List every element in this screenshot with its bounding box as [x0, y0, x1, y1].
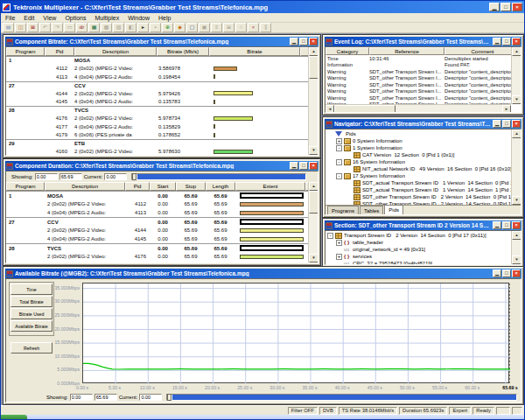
- column-header[interactable]: Pid: [125, 182, 150, 191]
- column-header[interactable]: Pid: [45, 47, 74, 56]
- toolbar-button[interactable]: ⊕: [162, 23, 173, 32]
- column-header[interactable]: Bitrate (Mb/s): [157, 47, 209, 56]
- close-icon[interactable]: ×: [309, 38, 318, 46]
- component-bitrate-titlebar[interactable]: Component Bitrate: C:\Xfer\Test Streams\…: [5, 37, 318, 46]
- toolbar-button[interactable]: ×: [248, 23, 259, 32]
- toolbar-button[interactable]: ▦: [88, 23, 100, 32]
- duration-table-row[interactable]: 2 (0x02) (MPEG-2 Video: 4176 0.00 65.69 …: [6, 252, 308, 261]
- duration-table-row[interactable]: 1 MOSA 0.00 65.69 65.69: [6, 191, 308, 200]
- tree-item[interactable]: SDT_actual Transport Stream ID 1 Version…: [346, 186, 511, 193]
- minimize-button[interactable]: ▁: [290, 38, 298, 46]
- tree-item[interactable]: SDT_other Transport Stream ID 2 Version …: [346, 193, 511, 200]
- column-header[interactable]: Start: [150, 182, 176, 191]
- tree-item[interactable]: + 0 System Information: [336, 137, 511, 144]
- navigator-titlebar[interactable]: Navigator: C:\Xfer\Test Streams\Grabber …: [325, 119, 522, 129]
- showing-to-field[interactable]: 65.69: [60, 173, 82, 180]
- tree-item[interactable]: - 16 System Information: [336, 158, 511, 165]
- close-icon[interactable]: ×: [512, 38, 521, 46]
- bitrate-table-row[interactable]: 4113 4 (0x04) (MPEG-2 Audio: 0.198454: [6, 73, 308, 81]
- bitrate-table-row[interactable]: 27 CCV: [6, 81, 308, 90]
- tree-item[interactable]: original_network_id = 49 [0x31]: [336, 246, 511, 253]
- vertical-scrollbar[interactable]: ▲ ▼: [308, 47, 318, 155]
- scrollbar-thumb[interactable]: [309, 56, 318, 79]
- vertical-scrollbar[interactable]: ▲ ▼: [511, 47, 521, 104]
- close-icon[interactable]: ×: [512, 120, 521, 128]
- minimize-button[interactable]: ▁: [493, 221, 501, 229]
- scroll-down-icon[interactable]: ▼: [309, 254, 318, 262]
- tree-item[interactable]: SDT_actual Transport Stream ID 1 Version…: [346, 179, 511, 186]
- duration-table-row[interactable]: 4 (0x04) (MPEG-2 Audio: 4145 0.00 65.69 …: [6, 234, 308, 243]
- minimize-button[interactable]: ▁: [290, 162, 298, 170]
- minimize-button[interactable]: ▁: [493, 38, 501, 46]
- tree-toggle[interactable]: -: [336, 173, 342, 179]
- navigator-tab[interactable]: Programs: [327, 206, 359, 214]
- navigator-tab[interactable]: Tables: [360, 206, 383, 214]
- tree-item[interactable]: + table_header: [336, 239, 511, 246]
- tree-item[interactable]: CAT Version 12 Section 0 [Pid 1 (0x1)]: [346, 151, 511, 158]
- column-header[interactable]: Program: [6, 47, 45, 56]
- vertical-scrollbar[interactable]: ▲ ▼: [511, 130, 521, 205]
- showing-from-field[interactable]: 0.00: [35, 173, 58, 180]
- column-header[interactable]: Bitrate: [209, 47, 300, 56]
- scroll-left-icon[interactable]: ◄: [326, 105, 334, 113]
- tree-item[interactable]: + services: [336, 253, 511, 260]
- tree-toggle[interactable]: +: [336, 138, 342, 144]
- toolbar-button[interactable]: ▸: [137, 23, 149, 32]
- scroll-down-icon[interactable]: ▼: [512, 196, 522, 205]
- toolbar-button[interactable]: ▤: [3, 23, 14, 32]
- maximize-button[interactable]: □: [299, 38, 308, 46]
- event-log-row[interactable]: Warning SDT_other Transport Stream I... …: [326, 88, 511, 95]
- scroll-up-icon[interactable]: ▲: [309, 47, 318, 56]
- toolbar-button[interactable]: ▨: [113, 23, 124, 32]
- close-button[interactable]: ×: [512, 3, 522, 11]
- close-icon[interactable]: ×: [512, 221, 521, 229]
- menu-item[interactable]: Multiplex: [91, 13, 124, 22]
- scroll-right-icon[interactable]: ►: [502, 105, 511, 113]
- current-field[interactable]: 0.00: [139, 394, 162, 401]
- current-field[interactable]: 0.00: [104, 173, 127, 180]
- maximize-button[interactable]: □: [502, 221, 511, 229]
- column-header[interactable]: Description: [45, 182, 125, 191]
- bitrate-table-row[interactable]: 4179 6 (0x06) (PES private da 0.178652: [6, 131, 308, 140]
- column-header[interactable]: Comment: [444, 47, 521, 55]
- toolbar-button[interactable]: ▢: [186, 23, 198, 32]
- toolbar-button[interactable]: ▪: [150, 23, 161, 32]
- slider-thumb[interactable]: [167, 394, 172, 401]
- start-button-fragment[interactable]: [1, 415, 27, 420]
- toolbar-button[interactable]: ▩: [101, 23, 112, 32]
- duration-table-row[interactable]: 2 (0x02) (MPEG-2 Video: 4112 0.00 65.69 …: [6, 200, 308, 208]
- bitrate-table-row[interactable]: 4144 2 (0x02) (MPEG-2 Video: 5.979426: [6, 89, 308, 98]
- scroll-up-icon[interactable]: ▲: [309, 182, 318, 191]
- menu-item[interactable]: Edit: [19, 13, 38, 22]
- event-log-titlebar[interactable]: Event Log: C:\Xfer\Test Streams\Grabber …: [325, 37, 522, 46]
- horizontal-scrollbar[interactable]: ◄ ►: [326, 104, 511, 112]
- duration-table-row[interactable]: 27 CCV 0.00 65.69 65.69: [6, 217, 308, 226]
- column-header[interactable]: Program: [6, 182, 45, 191]
- showing-to-field[interactable]: 65.69: [94, 394, 117, 401]
- duration-table-row[interactable]: 4 (0x04) (MPEG-2 Audio: 4113 0.00 65.69 …: [6, 208, 308, 217]
- bitrate-table-row[interactable]: 4160 2 (0x02) (MPEG-2 Video: 5.978630: [6, 148, 308, 157]
- toolbar-button[interactable]: ⊠: [27, 23, 38, 32]
- scroll-up-icon[interactable]: ▲: [512, 231, 522, 240]
- scroll-up-icon[interactable]: ▲: [512, 47, 522, 56]
- maximize-button[interactable]: □: [502, 270, 511, 277]
- tree-toggle[interactable]: +: [336, 254, 342, 260]
- bitrate-chart[interactable]: [82, 283, 509, 383]
- tree-item[interactable]: NIT_actual Network ID 49 Version 16 Sect…: [346, 165, 511, 172]
- toolbar-button[interactable]: ◆: [174, 23, 186, 32]
- bitrate-table-row[interactable]: 4145 4 (0x04) (MPEG-2 Audio: 0.135783: [6, 98, 308, 107]
- slider-thumb[interactable]: [132, 173, 136, 180]
- menu-item[interactable]: File: [1, 13, 19, 22]
- scrollbar-thumb[interactable]: [334, 105, 396, 113]
- menu-item[interactable]: View: [38, 13, 60, 22]
- bitrate-table-row[interactable]: 4177 4 (0x04) (MPEG-2 Audio: 0.135829: [6, 122, 308, 131]
- column-header[interactable]: Category: [326, 47, 369, 55]
- scroll-down-icon[interactable]: ▼: [309, 146, 318, 155]
- restore-button[interactable]: □: [500, 3, 511, 11]
- toolbar-button[interactable]: ∥: [260, 23, 271, 32]
- column-header[interactable]: Extent: [235, 182, 305, 191]
- tree-toggle[interactable]: +: [336, 240, 342, 246]
- toolbar-button[interactable]: ◫: [15, 23, 26, 32]
- range-slider[interactable]: [131, 173, 306, 180]
- toolbar-button[interactable]: ⊞: [223, 23, 234, 32]
